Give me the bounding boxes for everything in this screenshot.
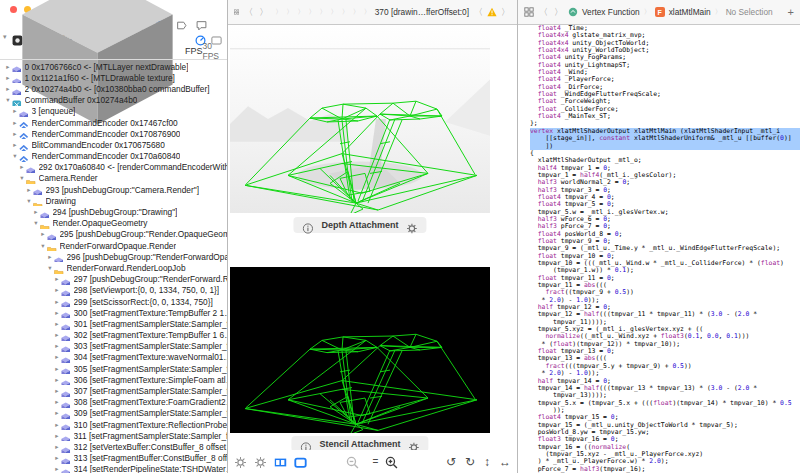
filmstrip-view-icon[interactable]	[274, 455, 287, 468]
tree-row[interactable]: ▸RenderCommandEncoder 0x17467cf00	[0, 117, 227, 128]
breadcrumb-selection[interactable]: No Selection	[726, 7, 773, 17]
tree-row[interactable]: ▸3 [enqueue]	[0, 106, 227, 117]
tree-row[interactable]: ▾RenderForward.RenderLoopJob	[0, 262, 227, 273]
back-button[interactable]: 〈	[243, 6, 254, 19]
disclosure-triangle[interactable]: ▸	[53, 387, 61, 395]
single-view-icon[interactable]	[294, 455, 307, 468]
disclosure-triangle[interactable]: ▸	[53, 286, 61, 294]
gear-icon[interactable]	[407, 220, 418, 231]
tree-row[interactable]: ▸295 [pushDebugGroup:"Render.OpaqueGeome…	[0, 229, 227, 240]
tree-row[interactable]: ▾RenderCommandEncoder 0x170a60840	[0, 151, 227, 162]
tree-row[interactable]: ▸301 [setFragmentSamplerState:Sampler_fl…	[0, 318, 227, 329]
add-editor-button[interactable]: +	[788, 6, 794, 18]
tree-row[interactable]: ▸304 [setFragmentTexture:waveNormal01…	[0, 352, 227, 363]
disclosure-triangle[interactable]: ▾	[32, 219, 40, 227]
disclosure-triangle[interactable]: ▸	[53, 465, 61, 473]
disclosure-triangle[interactable]: ▸	[53, 331, 61, 339]
tree-row[interactable]: ▸313 [setFragmentBuffer:ConstBuffer_8 of…	[0, 453, 227, 464]
disclosure-triangle[interactable]: ▸	[53, 275, 61, 283]
tree-row[interactable]: ▸RenderCommandEncoder 0x170876900	[0, 128, 227, 139]
disclosure-triangle[interactable]: ▸	[11, 107, 19, 115]
gear-icon[interactable]	[409, 439, 420, 450]
tree-row[interactable]: ▸311 [setFragmentSamplerState:Sampler_fl…	[0, 430, 227, 441]
tree-row[interactable]: ▸1 0x1121a1f60 <- [MTLDrawable texture]	[0, 72, 227, 83]
tree-row[interactable]: ▸293 [pushDebugGroup:"Camera.Render"]	[0, 184, 227, 195]
tree-row[interactable]: ▸298 [setViewport:{0, 0, 1334, 750, 0, 1…	[0, 285, 227, 296]
disclosure-triangle[interactable]: ▸	[53, 342, 61, 350]
disclosure-triangle[interactable]: ▸	[18, 163, 26, 171]
tree-row[interactable]: ▸308 [setFragmentTexture:FoamGradient2…	[0, 397, 227, 408]
disclosure-triangle[interactable]: ▸	[4, 63, 12, 71]
tree-row[interactable]: ▾CommandBuffer 0x10274a4b0	[0, 95, 227, 106]
stencil-attachment-image[interactable]	[230, 267, 490, 433]
wireframe-toggle-icon[interactable]	[234, 455, 247, 468]
disclosure-triangle[interactable]: ▸	[53, 454, 61, 462]
disclosure-triangle[interactable]: ▸	[4, 74, 12, 82]
related-items-icon[interactable]	[234, 7, 239, 17]
next-issue-button[interactable]: 〉	[500, 6, 511, 19]
previous-issue-button[interactable]: 〈	[473, 6, 484, 19]
disclosure-triangle[interactable]: ▸	[11, 141, 19, 149]
tree-row[interactable]: ▸314 [setRenderPipelineState:TSHDWater…	[0, 464, 227, 473]
zoom-actual-size-button[interactable]: =	[373, 456, 379, 467]
disclosure-triangle[interactable]: ▾	[18, 174, 26, 182]
disclosure-triangle[interactable]: ▸	[53, 398, 61, 406]
disclosure-triangle[interactable]: ▸	[53, 320, 61, 328]
back-button[interactable]: 〈	[538, 6, 549, 19]
disclosure-triangle[interactable]: ▸	[53, 443, 61, 451]
tree-row[interactable]: ▾Drawing	[0, 195, 227, 206]
forward-button[interactable]: 〉	[553, 6, 564, 19]
disclosure-triangle[interactable]: ▸	[53, 309, 61, 317]
shader-source-editor[interactable]: float4 _Time; float4x4 glstate_matrix_mv…	[518, 25, 800, 473]
related-items-icon[interactable]	[524, 7, 534, 17]
disclosure-triangle[interactable]: ▸	[32, 208, 40, 216]
disclosure-triangle[interactable]: ▾	[11, 152, 19, 160]
tree-row[interactable]: ▾Camera.Render	[0, 173, 227, 184]
tree-row[interactable]: ▾Render.OpaqueGeometry	[0, 218, 227, 229]
tree-row[interactable]: ▸2 0x10274a4b0 <- [0x10380bba0 commandBu…	[0, 83, 227, 94]
rotate-right-icon[interactable]: ↻	[465, 455, 475, 469]
info-icon[interactable]	[300, 439, 311, 450]
disclosure-triangle[interactable]: ▾	[4, 96, 12, 104]
disclosure-triangle[interactable]: ▾	[25, 197, 33, 205]
info-icon[interactable]	[302, 220, 313, 231]
disclosure-triangle[interactable]: ▸	[46, 253, 54, 261]
tree-row[interactable]: ▸299 [setScissorRect:{0, 0, 1334, 750}]	[0, 296, 227, 307]
tree-row[interactable]: ▸0 0x1706766c0 <- [MTLLayer nextDrawable…	[0, 61, 227, 72]
depth-attachment-image[interactable]	[230, 25, 490, 213]
tree-row[interactable]: ▸302 [setFragmentTexture:TempBuffer 1 6…	[0, 330, 227, 341]
tree-row[interactable]: ▸296 [pushDebugGroup:"RenderForwardOpa…	[0, 251, 227, 262]
disclosure-triangle[interactable]: ▸	[25, 186, 33, 194]
tree-row[interactable]: ▸303 [setFragmentSamplerState:Sampler_f…	[0, 341, 227, 352]
tree-row[interactable]: ▸292 0x170a60840 <- [renderCommandEncode…	[0, 162, 227, 173]
flip-horizontal-icon[interactable]: ↔	[499, 455, 511, 469]
tree-row[interactable]: ▸310 [setFragmentTexture:ReflectionProbe…	[0, 419, 227, 430]
disclosure-triangle[interactable]: ▾	[39, 242, 47, 250]
tree-row[interactable]: ▸309 [setFragmentSamplerState:Sampler_f…	[0, 408, 227, 419]
disclosure-triangle[interactable]: ▸	[53, 298, 61, 306]
disclosure-triangle[interactable]: ▸	[11, 119, 19, 127]
draw-call-breadcrumb[interactable]: 370 [drawin…fferOffset:0]	[375, 7, 469, 17]
tree-row[interactable]: ▾RenderForwardOpaque.Render	[0, 240, 227, 251]
overdraw-toggle-icon[interactable]	[254, 455, 267, 468]
disclosure-triangle[interactable]: ▸	[53, 365, 61, 373]
forward-button[interactable]: 〉	[258, 6, 269, 19]
breadcrumb-function-type[interactable]: Vertex Function	[582, 7, 640, 17]
disclosure-triangle[interactable]: ▸	[4, 85, 12, 93]
tree-row[interactable]: ▸BlitCommandEncoder 0x170675680	[0, 139, 227, 150]
disclosure-triangle[interactable]: ▸	[53, 421, 61, 429]
flip-vertical-icon[interactable]: ↕	[484, 455, 490, 469]
disclosure-triangle[interactable]: ▾	[46, 264, 54, 272]
rotate-left-icon[interactable]: ↺	[446, 455, 456, 469]
disclosure-triangle[interactable]: ▸	[39, 230, 47, 238]
tree-row[interactable]: ▸306 [setFragmentTexture:SimpleFoam atl…	[0, 374, 227, 385]
tree-row[interactable]: ▸300 [setFragmentTexture:TempBuffer 2 1…	[0, 307, 227, 318]
tree-row[interactable]: ▸305 [setFragmentSamplerState:Sampler_f…	[0, 363, 227, 374]
tree-row[interactable]: ▸297 [pushDebugGroup:"RenderForward.R…	[0, 274, 227, 285]
disclosure-triangle[interactable]: ▸	[53, 376, 61, 384]
disclosure-triangle[interactable]: ▸	[11, 130, 19, 138]
disclosure-triangle[interactable]: ▸	[53, 409, 61, 417]
zoom-out-icon[interactable]	[346, 455, 359, 468]
tree-row[interactable]: ▸307 [setFragmentSamplerState:Sampler_fl…	[0, 385, 227, 396]
disclosure-triangle[interactable]: ▾	[3, 33, 12, 41]
